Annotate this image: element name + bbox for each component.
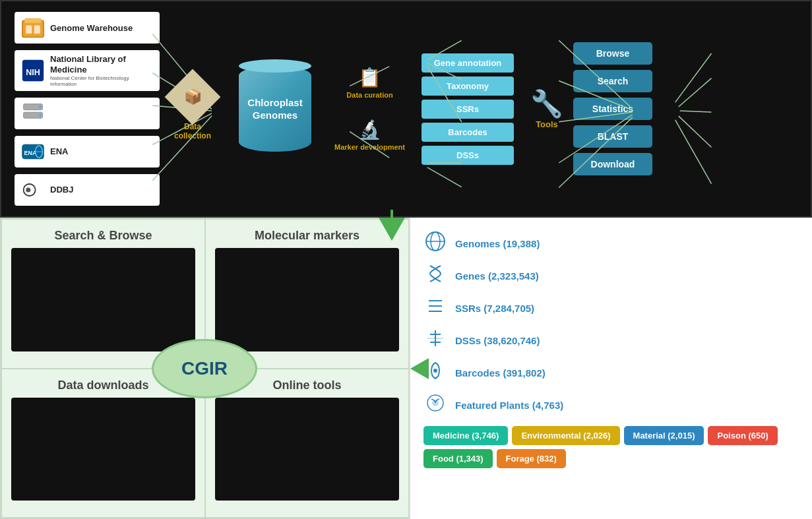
ssrs-icon — [423, 295, 447, 321]
cylinder-label: Chloroplast Genomes — [247, 96, 302, 122]
top-diagram-section: Genome Warehouse NIH National Library of… — [0, 0, 812, 218]
barcodes-box[interactable]: Barcodes — [422, 123, 514, 142]
stats-panel: Genomes (19,388) Genes (2,323,543) SSRs … — [409, 218, 812, 519]
data-downloads-content — [11, 398, 195, 501]
svg-rect-3 — [34, 26, 40, 34]
search-browse-content — [11, 248, 195, 351]
middle-processes: 📋 Data curation 🔬 Marker development — [334, 67, 405, 151]
diamond-inner-icon: 📦 — [184, 88, 202, 106]
blast-button[interactable]: BLAST — [573, 125, 652, 148]
tools-icon: 🔧 — [530, 88, 563, 119]
barcodes-stat: Barcodes (391,802) — [423, 360, 799, 386]
ssrs-stat: SSRs (7,284,705) — [423, 295, 799, 321]
svg-point-15 — [26, 187, 30, 192]
left-arrow-icon — [410, 358, 429, 379]
down-arrow-icon — [379, 218, 405, 241]
search-button[interactable]: Search — [573, 70, 652, 92]
marker-label: Marker development — [334, 143, 405, 151]
genes-icon — [423, 263, 447, 289]
download-button[interactable]: Download — [573, 153, 652, 175]
nih-subtext: National Center for Biotechnology Inform… — [50, 75, 153, 87]
marker-development-box: 🔬 Marker development — [334, 119, 405, 151]
poison-tag[interactable]: Poison (650) — [708, 426, 777, 445]
ssrs-label: SSRs (7,284,705) — [455, 303, 534, 314]
dsss-box[interactable]: DSSs — [422, 146, 514, 165]
genome-warehouse-logo: Genome Warehouse — [15, 12, 160, 44]
svg-point-8 — [39, 106, 42, 108]
gene-annotation-box[interactable]: Gene annotation — [422, 53, 514, 73]
molecular-markers-content — [215, 248, 399, 351]
server-logo — [15, 98, 160, 129]
data-collection-box: 📦 Datacollection — [173, 77, 212, 140]
logos-column: Genome Warehouse NIH National Library of… — [15, 12, 160, 205]
ena-label: ENA — [50, 146, 68, 157]
curation-icon: 📋 — [358, 67, 381, 88]
ena-logo: ENA ENA — [15, 136, 160, 168]
genes-stat: Genes (2,323,543) — [423, 263, 799, 289]
medicine-tag[interactable]: Medicine (3,746) — [423, 426, 508, 445]
svg-point-50 — [433, 369, 437, 373]
cgir-oval: CGIR — [152, 339, 257, 398]
barcodes-label: Barcodes (391,802) — [455, 367, 546, 379]
category-tags: Medicine (3,746) Environmental (2,026) M… — [423, 426, 799, 468]
dsss-stat: DSSs (38,620,746) — [423, 328, 799, 353]
featured-plants-label: Featured Plants (4,763) — [455, 400, 563, 411]
svg-rect-2 — [26, 26, 32, 34]
featured-plants-icon — [423, 392, 447, 418]
svg-line-39 — [675, 120, 712, 184]
search-browse-title: Search & Browse — [11, 229, 195, 243]
genomes-icon — [423, 231, 447, 257]
featured-plants-stat: Featured Plants (4,763) — [423, 392, 799, 418]
svg-line-29 — [427, 168, 462, 187]
ddbj-label: DDBJ — [50, 185, 73, 195]
svg-point-9 — [39, 113, 42, 116]
ddbj-icon — [21, 178, 45, 202]
svg-text:NIH: NIH — [26, 68, 40, 77]
statistics-button[interactable]: Statistics — [573, 98, 652, 120]
bottom-section: Search & Browse Molecular markers Data d… — [0, 218, 812, 519]
genome-warehouse-label: Genome Warehouse — [50, 23, 133, 34]
online-tools-content — [215, 398, 399, 501]
data-curation-box: 📋 Data curation — [346, 67, 392, 99]
tools-column: 🔧 Tools — [530, 88, 563, 129]
ena-icon: ENA — [21, 140, 45, 164]
ddbj-logo: DDBJ — [15, 174, 160, 206]
tool-buttons-column: Browse Search Statistics BLAST Download — [573, 42, 652, 175]
data-boxes-column: Gene annotation Taxonomy SSRs Barcodes D… — [422, 53, 514, 165]
cylinder-shape: Chloroplast Genomes — [239, 66, 311, 152]
marker-icon: 🔬 — [358, 119, 381, 140]
genes-label: Genes (2,323,543) — [455, 270, 539, 282]
curation-label: Data curation — [346, 91, 392, 99]
forage-tag[interactable]: Forage (832) — [497, 449, 566, 468]
nih-icon: NIH — [21, 59, 45, 82]
material-tag[interactable]: Material (2,015) — [624, 426, 704, 445]
svg-line-36 — [679, 78, 712, 107]
food-tag[interactable]: Food (1,343) — [423, 449, 493, 468]
svg-line-35 — [675, 53, 712, 102]
nih-label: National Library of Medicine — [50, 54, 153, 75]
environmental-tag[interactable]: Environmental (2,026) — [512, 426, 619, 445]
genome-warehouse-icon — [21, 16, 45, 40]
molecular-markers-title: Molecular markers — [215, 229, 399, 243]
dsss-label: DSSs (38,620,746) — [455, 335, 540, 346]
dsss-icon — [423, 328, 447, 353]
svg-rect-1 — [24, 18, 41, 23]
green-down-arrow — [379, 210, 405, 241]
cgir-label: CGIR — [181, 358, 228, 379]
browse-button[interactable]: Browse — [573, 42, 652, 65]
diamond-icon: 📦 — [165, 69, 221, 125]
svg-rect-0 — [22, 21, 44, 38]
taxonomy-box[interactable]: Taxonomy — [422, 76, 514, 96]
nih-logo: NIH National Library of Medicine Nationa… — [15, 50, 160, 90]
genomes-label: Genomes (19,388) — [455, 238, 540, 249]
right-arrow — [410, 358, 429, 379]
chloroplast-db: Chloroplast Genomes — [239, 66, 311, 152]
ssrs-box[interactable]: SSRs — [422, 100, 514, 119]
server-icon — [21, 102, 45, 125]
svg-line-38 — [679, 116, 712, 147]
genomes-stat: Genomes (19,388) — [423, 231, 799, 257]
quadrant-container: Search & Browse Molecular markers Data d… — [0, 218, 409, 519]
tools-label: Tools — [536, 119, 558, 129]
svg-line-37 — [680, 111, 712, 112]
